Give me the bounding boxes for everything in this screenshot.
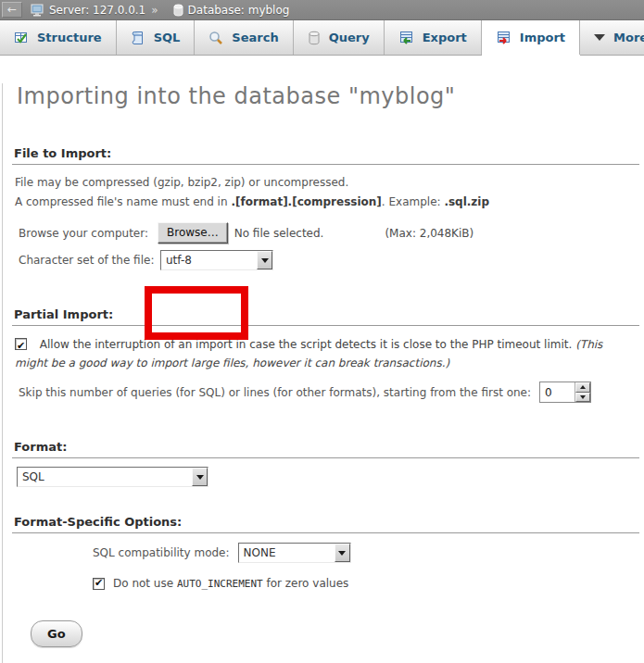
database-icon [172, 4, 184, 17]
section-heading-file-to-import: File to Import: [12, 146, 639, 165]
tab-export[interactable]: Export [385, 20, 482, 55]
format-select[interactable]: SQL [17, 467, 208, 487]
breadcrumb-bar: ← Server: 127.0.0.1 » Database: myblog [0, 0, 644, 20]
tab-import[interactable]: Import [482, 20, 580, 55]
max-size-text: (Max: 2,048KiB) [385, 227, 474, 240]
sql-compat-selected-value: NONE [239, 544, 281, 562]
section-heading-format: Format: [12, 440, 639, 458]
charset-selected-value: utf-8 [161, 251, 196, 269]
allow-interrupt-text: Allow the interruption of an import in c… [40, 338, 575, 351]
note-pattern: .[format].[compression] [231, 195, 381, 208]
allow-interrupt-checkbox[interactable] [15, 338, 27, 350]
auto-increment-code: AUTO_INCREMENT [177, 578, 263, 590]
browse-button[interactable]: Browse… [158, 222, 228, 244]
spinner-down-button[interactable] [575, 393, 590, 403]
structure-icon [14, 31, 29, 45]
zero-values-checkbox[interactable] [93, 578, 105, 590]
dropdown-arrow-icon[interactable] [335, 544, 350, 562]
dropdown-arrow-icon[interactable] [192, 468, 208, 486]
compression-note: File may be compressed (gzip, bzip2, zip… [15, 173, 633, 212]
spinner-up-button[interactable] [575, 382, 590, 393]
format-selected-value: SQL [18, 468, 49, 486]
query-icon [308, 31, 321, 45]
go-button[interactable]: Go [31, 620, 82, 647]
charset-select[interactable]: utf-8 [160, 250, 273, 270]
note-line2-prefix: A compressed file's name must end in [15, 195, 231, 208]
sql-compat-label: SQL compatibility mode: [93, 546, 230, 559]
zero-values-text: Do not use AUTO_INCREMENT for zero value… [113, 577, 348, 590]
note-line2-middle: . Example: [382, 195, 445, 208]
tab-label: Query [329, 31, 370, 44]
tab-search[interactable]: Search [195, 20, 293, 55]
section-heading-format-specific: Format-Specific Options: [12, 515, 639, 533]
tab-more[interactable]: More [580, 20, 644, 55]
tab-label: SQL [154, 31, 181, 44]
skip-queries-input[interactable]: 0 [539, 382, 591, 403]
tab-label: Export [423, 31, 467, 44]
no-file-text: No file selected. [234, 227, 324, 240]
tab-query[interactable]: Query [294, 20, 385, 55]
sql-icon [131, 31, 145, 45]
breadcrumb-separator: » [151, 4, 158, 17]
tab-bar: Structure SQL Search Query Export [0, 20, 644, 56]
browse-row: Browse your computer: Browse… No file se… [19, 222, 644, 244]
format-row: SQL [17, 467, 644, 487]
note-line1: File may be compressed (gzip, bzip2, zip… [15, 176, 348, 189]
skip-queries-row: Skip this number of queries (for SQL) or… [19, 382, 644, 403]
import-icon [496, 31, 511, 45]
tab-structure[interactable]: Structure [0, 20, 117, 55]
page-title: Importing into the database "myblog" [17, 83, 644, 109]
dropdown-arrow-icon[interactable] [257, 251, 272, 269]
server-icon [31, 4, 45, 17]
sql-compat-select[interactable]: NONE [238, 543, 351, 563]
tab-label: Search [232, 31, 278, 44]
import-page: Importing into the database "myblog" Fil… [2, 83, 644, 663]
export-icon [398, 31, 414, 45]
chevron-down-icon [594, 34, 605, 41]
skip-queries-value: 0 [540, 382, 575, 402]
breadcrumb-database[interactable]: Database: myblog [188, 4, 290, 17]
note-example: .sql.zip [444, 195, 489, 208]
skip-queries-label: Skip this number of queries (for SQL) or… [19, 386, 531, 399]
tab-label: Structure [37, 31, 102, 44]
charset-row: Character set of the file: utf-8 [19, 250, 644, 270]
breadcrumb-server[interactable]: Server: 127.0.0.1 [49, 4, 145, 17]
allow-interrupt-row: Allow the interruption of an import in c… [15, 335, 631, 372]
sql-compat-row: SQL compatibility mode: NONE [93, 543, 644, 563]
tab-label: Import [520, 31, 565, 44]
charset-label: Character set of the file: [19, 254, 160, 267]
tab-label: More [613, 31, 644, 44]
back-button[interactable]: ← [2, 2, 22, 18]
search-icon [208, 31, 223, 45]
section-heading-partial-import: Partial Import: [12, 307, 639, 326]
tab-sql[interactable]: SQL [117, 20, 196, 55]
browse-label: Browse your computer: [19, 227, 158, 240]
go-row: Go [31, 620, 644, 647]
zero-values-row: Do not use AUTO_INCREMENT for zero value… [93, 577, 644, 590]
